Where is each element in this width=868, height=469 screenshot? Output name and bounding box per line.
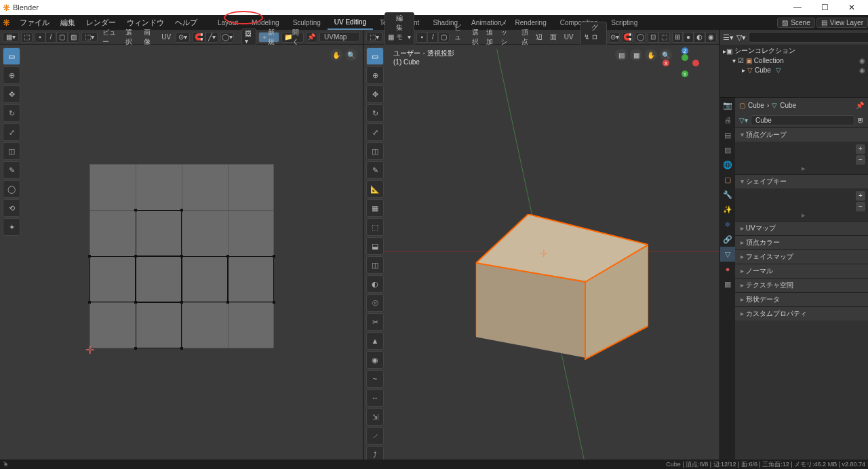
editor-type-selector[interactable]: ▦▾	[3, 32, 19, 42]
3d-tool-smooth[interactable]: ~	[366, 370, 384, 388]
3d-tool-measure[interactable]: 📐	[366, 180, 384, 198]
uv-tool-select-box[interactable]: ▭	[3, 47, 20, 65]
3d-tool-cursor[interactable]: ⊕	[366, 66, 384, 84]
3d-tool-move[interactable]: ✥	[366, 85, 384, 103]
uv-menu-image[interactable]: 画像	[141, 28, 157, 47]
3d-tool-transform[interactable]: ◫	[366, 142, 384, 160]
uv-proportional[interactable]: ◯▾	[220, 32, 234, 43]
3d-tool-shear[interactable]: ⟋	[366, 427, 384, 445]
3d-menu-add[interactable]: 追加	[484, 28, 496, 47]
outliner-display-mode[interactable]: ☰▾	[723, 33, 734, 42]
3d-tool-knife[interactable]: ✂	[366, 313, 384, 331]
menu-file[interactable]: ファイル	[14, 18, 55, 28]
editor-type-selector-3d[interactable]: ⬚▾	[366, 32, 382, 42]
3d-tool-annotate[interactable]: ✎	[366, 161, 384, 179]
new-image-button[interactable]: ＋ 新規	[258, 32, 279, 43]
outliner-scene-collection[interactable]: ▸▣シーンコレクション	[723, 46, 865, 56]
section-header-geometry-data[interactable]: 形状データ	[735, 293, 868, 306]
3d-tool-scale[interactable]: ⤢	[366, 123, 384, 141]
shading-wireframe[interactable]: ⊞	[672, 32, 683, 43]
prop-tab-constraint[interactable]: 🔗	[720, 232, 735, 247]
section-header-texture-space[interactable]: テクスチャ空間	[735, 279, 868, 292]
prop-tab-object[interactable]: ▢	[720, 172, 735, 187]
uv-tool-rotate[interactable]: ↻	[3, 104, 20, 122]
workspace-scripting[interactable]: Scripting	[604, 16, 644, 29]
view-perspective-toggle[interactable]: ▦	[630, 49, 642, 61]
uv-viewport[interactable]: ▭ ⊕ ✥ ↻ ⤢ ◫ ✎ ◯ ⟲ ✦ ✋ 🔍 ✛	[0, 45, 363, 460]
outliner-search[interactable]	[749, 32, 868, 43]
section-header-vertex-groups[interactable]: 頂点グループ	[735, 128, 868, 142]
prop-tab-render[interactable]: 📷	[720, 98, 735, 113]
3d-tool-bevel[interactable]: ◐	[366, 275, 384, 293]
section-header-face-maps[interactable]: フェイスマップ	[735, 250, 868, 264]
pin-image-button[interactable]: 📌	[306, 32, 317, 43]
3d-tool-spin[interactable]: ◉	[366, 351, 384, 369]
snap-toggle[interactable]: 🧲	[622, 32, 633, 43]
3d-tool-rip[interactable]: ⤴	[366, 446, 384, 460]
uv-tool-grab[interactable]: ⟲	[3, 199, 20, 217]
3d-menu-uv[interactable]: UV	[561, 33, 576, 41]
prop-tab-output[interactable]: 🖨	[720, 113, 735, 127]
viewlayer-selector[interactable]: ▤View Layer	[816, 18, 868, 28]
pivot-selector[interactable]: ⊙▾	[609, 32, 620, 43]
scene-selector[interactable]: ▨Scene	[777, 18, 814, 28]
shading-rendered[interactable]: ◉	[705, 32, 717, 43]
cube-object[interactable]: ✛	[438, 214, 648, 356]
3d-tool-loop-cut[interactable]: ⦾	[366, 294, 384, 312]
3d-viewport[interactable]: ユーザー・透視投影 (1) Cube ▭ ⊕ ✥ ↻ ⤢ ◫ ✎ 📐 ▦ ⬚ ⬓…	[363, 45, 719, 460]
outliner-collection[interactable]: ▾ ☑▣Collection◉	[723, 56, 865, 65]
prop-tab-texture[interactable]: ▩	[720, 277, 735, 291]
shading-lookdev[interactable]: ◐	[694, 32, 705, 43]
uv-pan-gizmo[interactable]: ✋	[330, 49, 342, 61]
3d-tool-select-box[interactable]: ▭	[366, 47, 384, 65]
minimize-button[interactable]: —	[784, 3, 811, 12]
prop-tab-mesh-data[interactable]: ▽	[720, 247, 735, 262]
outliner-tree[interactable]: ▸▣シーンコレクション ▾ ☑▣Collection◉ ▸▽Cube▽◉	[720, 45, 868, 97]
uv-menu-uv[interactable]: UV	[159, 33, 174, 41]
uv-tool-annotate[interactable]: ✎	[3, 161, 20, 179]
maximize-button[interactable]: ☐	[811, 3, 838, 12]
visibility-toggle[interactable]: ◉	[859, 57, 865, 64]
3d-tool-rotate[interactable]: ↻	[366, 104, 384, 122]
section-header-custom-properties[interactable]: カスタムプロパティ	[735, 307, 868, 321]
uv-sync-toggle[interactable]: ⬚	[21, 32, 33, 43]
3d-tool-extrude[interactable]: ⬚	[366, 218, 384, 236]
menu-render[interactable]: レンダー	[81, 18, 121, 28]
uvmap-field[interactable]: UVMap	[319, 32, 360, 42]
object-name-field[interactable]: Cube	[751, 115, 854, 125]
open-image-button[interactable]: 📁 開く	[281, 32, 304, 43]
uv-sticky-select[interactable]: ⬚▾	[81, 32, 98, 42]
3d-menu-face[interactable]: 面	[547, 33, 559, 42]
uv-select-face[interactable]: ▢	[56, 32, 68, 43]
pan-gizmo[interactable]: ✋	[645, 49, 657, 61]
section-header-vertex-colors[interactable]: 頂点カラー	[735, 236, 868, 249]
uv-pivot[interactable]: ⊙▾	[176, 32, 190, 43]
section-header-shape-keys[interactable]: シェイプキー	[735, 175, 868, 188]
prop-tab-modifier[interactable]: 🔧	[720, 187, 735, 202]
app-icon[interactable]: ❋	[3, 18, 10, 28]
3d-tool-shrink[interactable]: ⇲	[366, 408, 384, 426]
uv-snap-type[interactable]: ╱▾	[205, 32, 218, 43]
visibility-toggle[interactable]: ◉	[859, 66, 865, 74]
uv-select-vertex[interactable]: ▪	[35, 32, 45, 43]
3d-tool-add-cube[interactable]: ▦	[366, 199, 384, 217]
prop-tab-world[interactable]: 🌐	[720, 157, 735, 172]
3d-menu-edge[interactable]: 辺	[533, 33, 545, 42]
section-header-normals[interactable]: ノーマル	[735, 264, 868, 278]
uv-tool-scale[interactable]: ⤢	[3, 123, 20, 141]
select-mode-edge[interactable]: /	[427, 32, 438, 43]
proportional-toggle[interactable]: ◯	[635, 32, 646, 43]
uv-tool-transform[interactable]: ◫	[3, 142, 20, 160]
workspace-uv-editing[interactable]: UV Editing	[328, 16, 373, 30]
uv-tool-move[interactable]: ✥	[3, 85, 20, 103]
image-selector[interactable]: 🖼▾	[241, 28, 256, 46]
fake-user-button[interactable]: ⛨	[857, 117, 864, 124]
uv-zoom-gizmo[interactable]: 🔍	[345, 49, 357, 61]
menu-edit[interactable]: 編集	[55, 18, 81, 28]
workspace-modeling[interactable]: Modeling	[245, 16, 286, 29]
add-vertex-group-button[interactable]: +	[856, 144, 865, 154]
uv-tool-measure[interactable]: ◯	[3, 180, 20, 198]
outliner-object-cube[interactable]: ▸▽Cube▽◉	[723, 65, 865, 75]
3d-tool-extrude-normals[interactable]: ⬓	[366, 237, 384, 255]
select-mode-vertex[interactable]: ▪	[416, 32, 427, 43]
